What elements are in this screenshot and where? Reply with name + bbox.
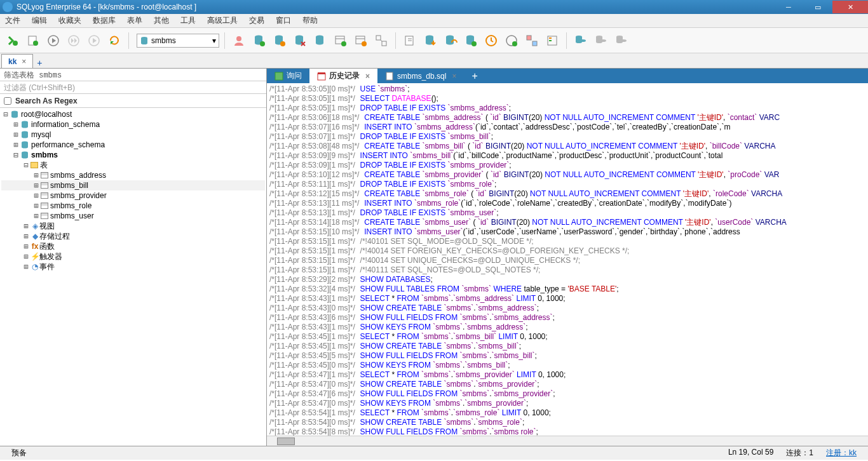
menu-表单[interactable]: 表单: [127, 15, 142, 26]
tree-item[interactable]: ⊞smbms_provider: [1, 190, 265, 201]
menu-数据库[interactable]: 数据库: [93, 15, 116, 26]
tree-label: smbms_user: [50, 211, 94, 221]
tree-item[interactable]: ⊞smbms_bill: [1, 180, 265, 190]
add-query-tab[interactable]: +: [464, 69, 485, 83]
tree-item[interactable]: ⊞information_schema: [1, 119, 265, 130]
scrollbar-thumb[interactable]: [277, 438, 295, 445]
copy-db3-icon[interactable]: [613, 32, 630, 50]
filter-input[interactable]: 过滤器 (Ctrl+Shift+B): [0, 81, 266, 94]
tree-item[interactable]: ⊞smbms_address: [1, 170, 265, 180]
status-position: Ln 19, Col 59: [722, 448, 780, 458]
tree-item[interactable]: ⊞mysql: [1, 130, 265, 140]
execute-icon[interactable]: [44, 32, 62, 50]
db-sync-icon[interactable]: [271, 32, 288, 50]
data-sync-icon[interactable]: [462, 32, 480, 50]
editor-area: 询问历史记录×smbms_db.sql×+ /*[11-Apr 8:53:05]…: [267, 69, 868, 446]
maximize-button[interactable]: ▭: [803, 1, 832, 13]
table-add-icon[interactable]: [332, 32, 349, 50]
statusbar: 预备 Ln 19, Col 59 连接：1 注册：kk: [0, 446, 868, 460]
table-edit-icon[interactable]: [352, 32, 370, 50]
svg-rect-20: [376, 36, 381, 40]
query-tab-0[interactable]: 询问: [267, 69, 309, 83]
copy-db-icon[interactable]: [572, 32, 590, 50]
tree-item[interactable]: ⊞⚡触发器: [1, 251, 265, 262]
db-schema-icon[interactable]: [311, 32, 329, 50]
tree-item[interactable]: ⊞performance_schema: [1, 140, 265, 150]
backup-icon[interactable]: [401, 32, 419, 50]
tab-icon: [317, 72, 326, 81]
tree-label: 触发器: [39, 251, 62, 262]
tree-item[interactable]: ⊟root@localhost: [1, 109, 265, 119]
tab-icon: [385, 72, 394, 81]
menu-编辑[interactable]: 编辑: [32, 15, 47, 26]
export-icon[interactable]: [442, 32, 459, 50]
svg-point-19: [362, 41, 367, 46]
tree-item[interactable]: ⊞smbms_role: [1, 201, 265, 211]
history-editor[interactable]: /*[11-Apr 8:53:05][0 ms]*/ USE `smbms`; …: [267, 83, 868, 436]
tree-label: smbms_bill: [50, 180, 88, 190]
horizontal-scrollbar[interactable]: [267, 436, 868, 446]
svg-point-11: [280, 41, 285, 46]
execute-all-icon[interactable]: [65, 32, 83, 50]
svg-rect-47: [275, 72, 283, 80]
menu-收藏夹[interactable]: 收藏夹: [58, 15, 81, 26]
new-query-icon[interactable]: [24, 32, 42, 50]
tree-label: smbms_address: [50, 170, 106, 180]
search-regex-row: Search As Regex: [0, 94, 266, 108]
svg-point-39: [600, 39, 606, 42]
tree-item[interactable]: ⊞◔事件: [1, 262, 265, 272]
menu-其他[interactable]: 其他: [154, 15, 169, 26]
chevron-down-icon: ▾: [212, 36, 216, 45]
form-icon[interactable]: [543, 32, 561, 50]
toolbar: smbms ▾: [0, 28, 868, 53]
tree-label: performance_schema: [31, 140, 105, 150]
import-icon[interactable]: [421, 32, 439, 50]
close-tab-icon[interactable]: ×: [22, 57, 26, 66]
object-tree[interactable]: ⊟root@localhost⊞information_schema⊞mysql…: [0, 108, 266, 446]
close-button[interactable]: ✕: [832, 1, 868, 13]
query-tab-1[interactable]: 历史记录×: [309, 69, 377, 83]
database-select[interactable]: smbms ▾: [137, 34, 219, 48]
query-tab-2[interactable]: smbms_db.sql×: [377, 69, 464, 83]
schema-designer-icon[interactable]: [523, 32, 541, 50]
close-icon[interactable]: ×: [365, 72, 370, 81]
svg-point-16: [341, 41, 346, 46]
menu-交易[interactable]: 交易: [249, 15, 264, 26]
refresh-icon[interactable]: [105, 32, 123, 50]
minimize-button[interactable]: ─: [774, 1, 803, 13]
table-relation-icon[interactable]: [372, 32, 390, 50]
add-connection-button[interactable]: +: [33, 58, 46, 68]
tree-item[interactable]: ⊟smbms: [1, 150, 265, 160]
svg-rect-49: [318, 72, 325, 74]
query-tabs: 询问历史记录×smbms_db.sql×+: [267, 69, 868, 83]
svg-point-7: [236, 36, 241, 41]
menu-高级工具[interactable]: 高级工具: [207, 15, 238, 26]
tree-label: root@localhost: [21, 109, 72, 119]
tree-label: 事件: [39, 262, 55, 272]
connection-tab-kk[interactable]: kk ×: [1, 54, 33, 68]
db-compare-icon[interactable]: [291, 32, 309, 50]
menu-工具[interactable]: 工具: [180, 15, 196, 26]
tree-item[interactable]: ⊟表: [1, 160, 265, 170]
menu-窗口[interactable]: 窗口: [276, 15, 291, 26]
tree-item[interactable]: ⊞fx函数: [1, 241, 265, 251]
new-connection-icon[interactable]: [4, 32, 22, 50]
regex-checkbox[interactable]: [4, 97, 11, 105]
db-add-icon[interactable]: [250, 32, 268, 50]
svg-point-0: [13, 41, 18, 46]
tree-item[interactable]: ⊞◆存储过程: [1, 231, 265, 241]
menu-帮助[interactable]: 帮助: [302, 15, 318, 26]
tree-item[interactable]: ⊞◈视图: [1, 221, 265, 231]
user-manager-icon[interactable]: [230, 32, 248, 50]
query-builder-icon[interactable]: [503, 32, 520, 50]
execute-explain-icon[interactable]: [85, 32, 103, 50]
tree-label: mysql: [31, 130, 51, 140]
status-ready: 预备: [5, 448, 33, 458]
close-icon[interactable]: ×: [452, 72, 456, 81]
status-registration[interactable]: 注册：kk: [820, 448, 863, 458]
tree-item[interactable]: ⊞smbms_user: [1, 211, 265, 221]
menu-文件[interactable]: 文件: [5, 15, 20, 26]
copy-db2-icon[interactable]: [592, 32, 610, 50]
schedule-icon[interactable]: [482, 32, 500, 50]
window-title: SQLyog Enterprise 64 - [kk/smbms - root@…: [17, 3, 774, 11]
